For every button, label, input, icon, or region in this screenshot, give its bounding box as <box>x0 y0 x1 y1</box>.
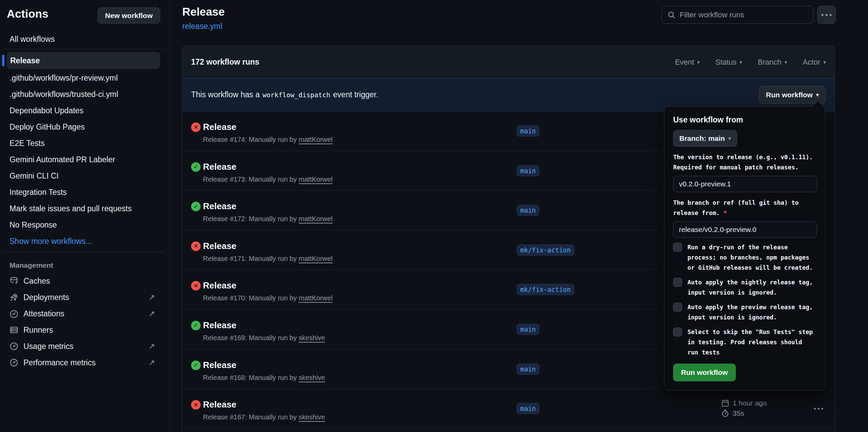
actor-link[interactable]: skeshive <box>299 334 325 342</box>
sidebar-item-dependabot-updates[interactable]: Dependabot Updates <box>0 102 169 119</box>
run-description: Release #167: Manually run by skeshive <box>203 413 325 421</box>
chevron-down-icon: ▾ <box>816 92 819 98</box>
branch-badge[interactable]: main <box>516 125 540 137</box>
actor-link[interactable]: mattKorwel <box>299 215 333 222</box>
nightly-tag-checkbox[interactable] <box>673 278 682 287</box>
sidebar-header: Actions New workflow <box>0 0 169 23</box>
skip-tests-checkbox[interactable] <box>673 328 682 336</box>
dropdown-title: Use workflow from <box>673 115 816 124</box>
run-row[interactable]: Release Release #167: Manually run by sk… <box>182 389 835 429</box>
filter-event[interactable]: Event▾ <box>675 58 700 67</box>
run-title-link[interactable]: Release <box>203 320 236 331</box>
sidebar-item-gemini-cli-ci[interactable]: Gemini CLI CI <box>0 168 169 184</box>
meter-icon <box>10 342 18 351</box>
sidebar-item-deploy-github-pages[interactable]: Deploy GitHub Pages <box>0 119 169 135</box>
run-description: Release #169: Manually run by skeshive <box>203 334 325 342</box>
external-link-icon: ↗ <box>149 358 155 367</box>
preview-tag-checkbox[interactable] <box>673 303 682 312</box>
run-workflow-dropdown-button[interactable]: Run workflow▾ <box>759 86 826 104</box>
run-options-kebab[interactable] <box>814 408 823 410</box>
dry-run-checkbox[interactable] <box>673 243 682 252</box>
run-title-link[interactable]: Release <box>203 241 236 251</box>
checkbox-label: Select to skip the "Run Tests" step in t… <box>687 327 816 358</box>
checkbox-label: Run a dry-run of the release process; no… <box>687 242 816 273</box>
sidebar-item-gemini-pr-labeler[interactable]: Gemini Automated PR Labeler <box>0 151 169 168</box>
filter-status[interactable]: Status▾ <box>715 58 742 67</box>
external-link-icon: ↗ <box>149 309 155 318</box>
branch-select-button[interactable]: Branch: main▾ <box>673 130 737 147</box>
chevron-down-icon: ▾ <box>739 59 742 65</box>
checkbox-label: Auto apply the nightly release tag, inpu… <box>687 277 816 298</box>
sidebar-item-performance-metrics[interactable]: Performance metrics ↗ <box>0 354 169 371</box>
run-title-link[interactable]: Release <box>203 360 236 370</box>
actor-link[interactable]: mattKorwel <box>299 176 333 183</box>
branch-badge[interactable]: main <box>516 204 540 216</box>
failure-status-icon <box>191 281 201 290</box>
branch-badge[interactable]: main <box>516 165 540 177</box>
sidebar-item-trusted-ci[interactable]: .github/workflows/trusted-ci.yml <box>0 86 169 102</box>
branch-badge[interactable]: mk/fix-action <box>516 244 575 256</box>
ref-field-description: The branch or ref (full git sha) to rele… <box>673 198 817 218</box>
sidebar-item-label: Caches <box>23 277 50 286</box>
workflow-dispatch-code: workflow_dispatch <box>260 91 333 99</box>
sidebar-item-label: Deployments <box>23 293 69 302</box>
run-description: Release #171: Manually run by mattKorwel <box>203 255 333 263</box>
verified-icon <box>10 309 18 318</box>
run-row-partial <box>182 429 835 432</box>
chevron-down-icon: ▾ <box>728 135 731 142</box>
chevron-down-icon: ▾ <box>785 59 787 65</box>
dry-run-option: Run a dry-run of the release process; no… <box>673 242 816 273</box>
sidebar-item-integration-tests[interactable]: Integration Tests <box>0 184 169 200</box>
rocket-icon <box>10 293 18 302</box>
sidebar-item-pr-review[interactable]: .github/workflows/pr-review.yml <box>0 70 169 86</box>
kebab-icon <box>821 14 832 16</box>
sidebar-item-e2e-tests[interactable]: E2E Tests <box>0 135 169 151</box>
actor-link[interactable]: skeshive <box>299 413 325 421</box>
sidebar-item-deployments[interactable]: Deployments ↗ <box>0 289 169 305</box>
chevron-down-icon: ▾ <box>823 59 826 65</box>
sidebar-item-label: Runners <box>23 326 53 335</box>
branch-badge[interactable]: mk/fix-action <box>516 284 575 295</box>
sidebar-item-no-response[interactable]: No Response <box>0 217 169 233</box>
filter-runs-input[interactable] <box>680 11 807 19</box>
required-asterisk: * <box>724 210 727 216</box>
new-workflow-button[interactable]: New workflow <box>98 7 160 23</box>
actor-link[interactable]: skeshive <box>299 374 325 381</box>
runs-header: 172 workflow runs Event▾ Status▾ Branch▾… <box>182 46 835 78</box>
workflow-options-kebab-button[interactable] <box>817 6 836 24</box>
sidebar-item-caches[interactable]: Caches <box>0 273 169 289</box>
branch-badge[interactable]: main <box>516 363 540 375</box>
run-workflow-dropdown: Use workflow from Branch: main▾ The vers… <box>664 106 826 391</box>
preview-tag-option: Auto apply the preview release tag, inpu… <box>673 302 816 322</box>
filter-runs-searchbox[interactable] <box>662 6 813 24</box>
meter-icon <box>10 358 18 367</box>
sidebar-item-release[interactable]: Release <box>7 52 160 69</box>
run-title-link[interactable]: Release <box>203 122 236 132</box>
banner-text: This workflow has aworkflow_dispatcheven… <box>191 90 378 99</box>
run-title-link[interactable]: Release <box>203 399 236 410</box>
run-title-link[interactable]: Release <box>203 162 236 172</box>
filter-branch[interactable]: Branch▾ <box>758 58 787 67</box>
run-time: 1 hour ago <box>733 399 767 407</box>
sidebar-item-all-workflows[interactable]: All workflows <box>0 32 169 46</box>
run-title-link[interactable]: Release <box>203 280 236 291</box>
actor-link[interactable]: mattKorwel <box>299 255 333 262</box>
branch-badge[interactable]: main <box>516 403 540 414</box>
actor-link[interactable]: mattKorwel <box>299 136 333 143</box>
actor-link[interactable]: mattKorwel <box>299 294 333 302</box>
branch-badge[interactable]: main <box>516 323 540 335</box>
sidebar-item-mark-stale[interactable]: Mark stale issues and pull requests <box>0 200 169 217</box>
sidebar-item-runners[interactable]: Runners <box>0 322 169 338</box>
ref-input[interactable] <box>673 221 817 238</box>
version-input[interactable] <box>673 176 817 192</box>
run-workflow-submit-button[interactable]: Run workflow <box>673 364 736 381</box>
chevron-down-icon: ▾ <box>697 59 700 65</box>
filter-actor[interactable]: Actor▾ <box>803 58 826 67</box>
sidebar: Actions New workflow All workflows Relea… <box>0 0 170 432</box>
success-status-icon <box>191 202 201 211</box>
sidebar-item-usage-metrics[interactable]: Usage metrics ↗ <box>0 338 169 354</box>
sidebar-item-attestations[interactable]: Attestations ↗ <box>0 305 169 322</box>
workflow-file-link[interactable]: release.yml <box>182 22 222 31</box>
run-title-link[interactable]: Release <box>203 201 236 212</box>
show-more-workflows-link[interactable]: Show more workflows... <box>0 233 169 249</box>
